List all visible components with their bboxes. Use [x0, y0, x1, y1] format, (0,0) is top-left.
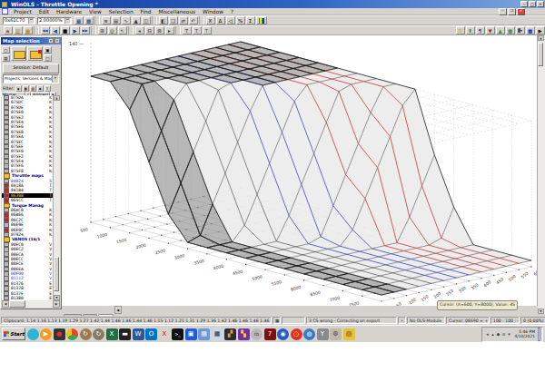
taskbar-icon-browser-drop[interactable]	[27, 328, 39, 340]
menu-selection[interactable]: Selection	[105, 9, 137, 15]
address-spinner[interactable]: ▴▾	[28, 18, 34, 24]
taskbar-icon-globe[interactable]: ◍	[303, 328, 315, 340]
text-medium-button[interactable]: T	[193, 26, 202, 34]
child-close-button[interactable]: ✕	[517, 8, 525, 15]
panel-pin-button[interactable]: ▾	[48, 38, 54, 44]
new-project-button[interactable]: ▢	[2, 46, 10, 54]
child-minimize-button[interactable]: ─	[499, 8, 507, 15]
last-version-button[interactable]: ▶▶	[81, 26, 90, 34]
taskbar-icon-wallet[interactable]: ▬	[119, 328, 131, 340]
import-maps-button[interactable]	[27, 46, 43, 61]
select-button[interactable]: ↖	[118, 26, 127, 34]
surface-chart[interactable]: 140 —50010001500200025003000350040004500…	[62, 35, 538, 306]
tree-button[interactable]: ¶	[476, 26, 485, 34]
text-small-button[interactable]: T	[183, 26, 192, 34]
taskbar-icon-sync-2[interactable]: ↻	[93, 328, 104, 340]
view-filter-combo[interactable]: Projects, Versions & Maps (DX ▾	[3, 74, 59, 83]
taskbar-icon-x-app[interactable]: X	[159, 328, 171, 340]
next-map-button[interactable]: ▸	[165, 26, 174, 34]
prev-map-button[interactable]: ◂	[135, 26, 144, 34]
taskbar-icon-folder[interactable]: ▨	[343, 328, 355, 340]
taskbar-icon-camera[interactable]: ●	[54, 328, 65, 340]
view-table-button[interactable]: ◫	[142, 16, 151, 24]
play-button[interactable]: ◁	[226, 16, 235, 24]
scroll-down-arrow[interactable]: ▼	[538, 309, 544, 314]
percent-button[interactable]: %	[236, 16, 245, 24]
window-tile-button[interactable]: ◧	[159, 16, 168, 24]
taskbar-icon-modeler[interactable]: Y	[317, 328, 329, 340]
sync-views-button[interactable]: ⇄	[179, 16, 188, 24]
view-2d-toggle-button[interactable]: ▦	[74, 16, 84, 24]
taskbar-icon-swirl[interactable]: ◉	[277, 328, 289, 340]
prev-version-button[interactable]: ◀	[51, 26, 60, 34]
close-button[interactable]: ✕	[537, 1, 544, 7]
taskbar-icon-wrench[interactable]: ⚙	[330, 328, 342, 340]
grid-button[interactable]: ⊞	[98, 26, 107, 34]
info-button[interactable]: a	[4, 26, 13, 34]
save-maplist-button[interactable]: ▤	[2, 54, 10, 62]
panel-horizontal-scrollbar[interactable]: ◀ ▶	[2, 300, 60, 308]
zoom-spinner[interactable]: ▴▾	[64, 18, 70, 24]
menu-window[interactable]: Window	[199, 9, 227, 15]
taskbar-icon-word[interactable]: W	[133, 328, 144, 340]
view-mode-combo[interactable]: ▓▾	[516, 26, 525, 34]
taskbar-icon-explorer[interactable]: ▦	[212, 328, 223, 340]
tab-scroll-button[interactable]: ◀	[114, 306, 122, 314]
zoom-combo[interactable]: 2,00000%▴▾	[37, 17, 72, 24]
child-window-icon[interactable]	[2, 8, 8, 15]
map-3d-view[interactable]: 140 —50010001500200025003000350040004500…	[62, 35, 538, 306]
menu-miscellaneous[interactable]: Miscellaneous	[154, 9, 199, 15]
taskbar-icon-file-manager[interactable]: ▤	[198, 328, 210, 340]
checksum-button[interactable]: Σ	[246, 16, 255, 24]
search-button[interactable]: ◎	[108, 26, 117, 34]
menu-view[interactable]: View	[85, 9, 105, 15]
plot-scroll-thumb[interactable]	[538, 43, 543, 66]
address-combo[interactable]: 0x61C70▴▾	[3, 17, 35, 24]
panel-title-bar[interactable]: Map selection ▾ ✕	[1, 37, 61, 44]
taskbar-icon-sync-1[interactable]: ↻	[80, 328, 92, 340]
lock-original-button[interactable]: ⊟	[145, 26, 154, 34]
plot-vertical-scrollbar[interactable]: ▲ ▼	[537, 35, 545, 314]
map-pack-button[interactable]: ▩	[506, 26, 515, 34]
save-project-button[interactable]: ▦	[24, 26, 33, 34]
child-restore-button[interactable]: ❐	[508, 8, 516, 15]
menu-edit[interactable]: Edit	[35, 9, 53, 15]
filter-maps-button[interactable]: ▦	[23, 85, 29, 92]
first-version-button[interactable]: ◀◀	[41, 26, 50, 34]
lock-version-button[interactable]: ⊠	[155, 26, 164, 34]
title-bar[interactable]: WinOLS - Throttle Opening * ─ □ ✕	[0, 0, 545, 8]
view-hexdump-button[interactable]: ▤	[112, 16, 121, 24]
panel-hscroll-thumb[interactable]	[9, 300, 25, 308]
panel-scroll-up-icon[interactable]: ▲	[54, 95, 60, 101]
filter-text-button[interactable]: T	[45, 85, 51, 92]
combo-dropdown-icon[interactable]: ▾	[52, 75, 58, 83]
stop-button[interactable]: ■	[61, 26, 70, 34]
taskbar-icon-media-player[interactable]: ▶	[40, 328, 52, 340]
text-large-button[interactable]: T	[203, 26, 212, 34]
run-button[interactable]: ▶	[536, 26, 545, 34]
menu-?[interactable]: ?	[227, 9, 237, 15]
panel-vertical-scrollbar[interactable]: ▲ ▼	[53, 95, 60, 300]
start-button[interactable]: Start	[2, 328, 25, 340]
taskbar-icon-pixel-game[interactable]: ▞	[224, 328, 236, 340]
menu-find[interactable]: Find	[137, 9, 155, 15]
taskbar-icon-excel[interactable]: X	[106, 328, 118, 340]
view-3d-toggle-button[interactable]: ▩	[84, 16, 94, 24]
filter-all-button[interactable]: ▪	[15, 85, 22, 92]
next-version-button[interactable]: ▶	[71, 26, 80, 34]
delta-button[interactable]: Δ	[216, 16, 225, 24]
taskbar-icon-chrome[interactable]	[66, 328, 78, 340]
delete-map-button[interactable]: ▢	[44, 54, 52, 62]
taskbar-icon-outlook[interactable]: O	[145, 328, 157, 340]
undo-button[interactable]: ↶	[189, 16, 198, 24]
panel-scroll-left-icon[interactable]: ◀	[2, 300, 9, 308]
view-2d-graph-button[interactable]: ∿	[122, 16, 131, 24]
panel-scroll-right-icon[interactable]: ▶	[53, 300, 60, 308]
window-cascade-button[interactable]: ❏	[169, 16, 178, 24]
show-desktop-button[interactable]	[538, 328, 540, 341]
taskbar-icon-tb[interactable]: tb	[251, 328, 263, 340]
view-text-button[interactable]: ≡	[102, 16, 111, 24]
filter-marked-button[interactable]: ▨	[30, 85, 36, 92]
open-project-button[interactable]: ▥	[14, 26, 23, 34]
maximize-button[interactable]: □	[529, 1, 536, 7]
